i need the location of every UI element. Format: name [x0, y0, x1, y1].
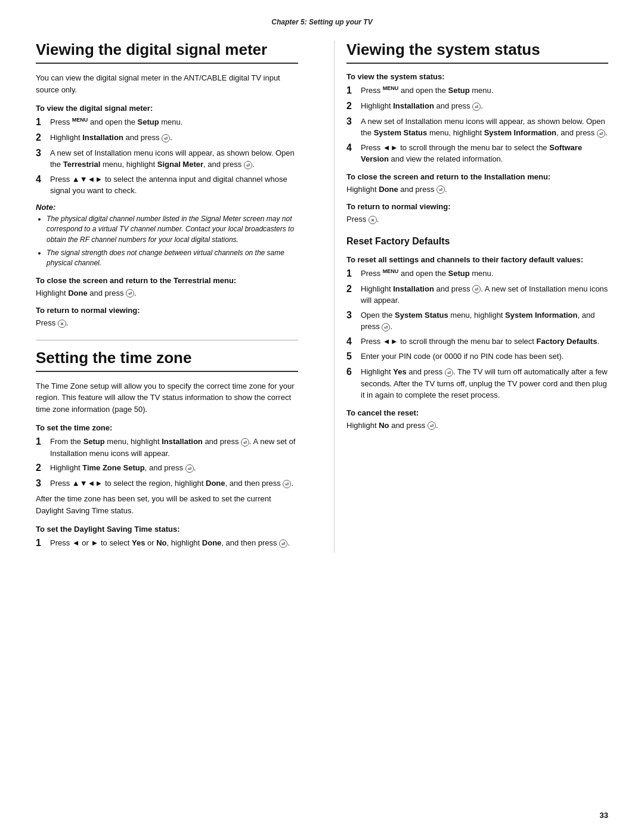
note-item-2: The signal strength does not change betw…	[47, 248, 298, 269]
menu-icon: MENU	[383, 85, 399, 91]
reset-step-2: 2 Highlight Installation and press ⏎. A …	[346, 283, 608, 306]
reset-step-1: 1 Press MENU and open the Setup menu.	[346, 268, 608, 280]
system-step-2: 2 Highlight Installation and press ⏎.	[346, 100, 608, 113]
page-number: 33	[600, 811, 608, 820]
enter-icon: ⏎	[126, 289, 134, 297]
note-block: Note: The physical digital channel numbe…	[36, 203, 298, 269]
return-normal-heading-right: To return to normal viewing:	[346, 202, 608, 211]
reset-heading: To reset all settings and channels to th…	[346, 255, 608, 264]
note-label: Note:	[36, 203, 298, 212]
section-digital-signal-meter: Viewing the digital signal meter You can…	[36, 41, 298, 329]
subsection-view-digital: To view the digital signal meter:	[36, 104, 298, 113]
section-time-zone: Setting the time zone The Time Zone setu…	[36, 349, 298, 550]
enter-icon: ⏎	[472, 103, 481, 111]
enter-icon: ⏎	[436, 185, 445, 194]
enter-icon: ⏎	[283, 480, 291, 488]
digital-step-3: 3 A new set of Installation menu icons w…	[36, 147, 298, 170]
digital-steps-list: 1 Press MENU and open the Setup menu. 2 …	[36, 116, 298, 197]
close-installation-text: Highlight Done and press ⏎.	[346, 184, 608, 196]
set-tz-heading: To set the time zone:	[36, 423, 298, 432]
exit-icon: ✕	[369, 216, 377, 224]
menu-icon: MENU	[383, 268, 399, 274]
system-step-4: 4 Press ◄► to scroll through the menu ba…	[346, 142, 608, 165]
digital-step-1: 1 Press MENU and open the Setup menu.	[36, 116, 298, 129]
note-item-1: The physical digital channel number list…	[47, 214, 298, 245]
tz-step-1: 1 From the Setup menu, highlight Install…	[36, 436, 298, 459]
enter-icon: ⏎	[244, 161, 252, 169]
divider-left	[36, 340, 298, 340]
cancel-reset-text: Highlight No and press ⏎.	[346, 420, 608, 432]
enter-icon: ⏎	[279, 540, 287, 548]
close-terrestrial-text: Highlight Done and press ⏎.	[36, 287, 298, 299]
enter-icon: ⏎	[241, 438, 249, 447]
tz-step-3: 3 Press ▲▼◄► to select the region, highl…	[36, 478, 298, 490]
enter-icon: ⏎	[597, 129, 605, 138]
view-system-heading: To view the system status:	[346, 72, 608, 81]
section-reset-factory: Reset Factory Defaults To reset all sett…	[346, 236, 608, 431]
right-column: Viewing the system status To view the sy…	[334, 41, 608, 553]
reset-step-5: 5 Enter your PIN code (or 0000 if no PIN…	[346, 351, 608, 363]
return-normal-text-left: Press ✕.	[36, 317, 298, 329]
enter-icon: ⏎	[428, 421, 436, 430]
section-title-timezone: Setting the time zone	[36, 349, 298, 372]
after-tz-text: After the time zone has been set, you wi…	[36, 493, 298, 516]
page: Chapter 5: Setting up your TV Viewing th…	[0, 0, 644, 834]
chapter-header: Chapter 5: Setting up your TV	[36, 18, 608, 26]
section-system-status: Viewing the system status To view the sy…	[346, 41, 608, 225]
tz-steps-list: 1 From the Setup menu, highlight Install…	[36, 436, 298, 490]
left-column: Viewing the digital signal meter You can…	[36, 41, 310, 553]
dst-steps-list: 1 Press ◄ or ► to select Yes or No, high…	[36, 537, 298, 550]
reset-steps-list: 1 Press MENU and open the Setup menu. 2 …	[346, 268, 608, 401]
exit-icon: ✕	[58, 320, 66, 328]
tz-step-2: 2 Highlight Time Zone Setup, and press ⏎…	[36, 462, 298, 475]
close-terrestrial-heading: To close the screen and return to the Te…	[36, 276, 298, 285]
dst-step-1: 1 Press ◄ or ► to select Yes or No, high…	[36, 537, 298, 550]
note-items: The physical digital channel number list…	[47, 214, 298, 269]
digital-step-2: 2 Highlight Installation and press ⏎.	[36, 132, 298, 144]
cancel-reset-heading: To cancel the reset:	[346, 408, 608, 417]
system-step-3: 3 A new set of Installation menu icons w…	[346, 116, 608, 139]
enter-icon: ⏎	[382, 323, 390, 331]
reset-step-3: 3 Open the System Status menu, highlight…	[346, 309, 608, 333]
reset-step-4: 4 Press ◄► to scroll through the menu ba…	[346, 336, 608, 348]
enter-icon: ⏎	[445, 368, 453, 377]
digital-step-4: 4 Press ▲▼◄► to select the antenna input…	[36, 173, 298, 197]
close-installation-heading: To close the screen and return to the In…	[346, 172, 608, 181]
menu-icon: MENU	[72, 117, 88, 123]
enter-icon: ⏎	[185, 464, 194, 473]
enter-icon: ⏎	[472, 285, 481, 293]
digital-intro: You can view the digital signal meter in…	[36, 72, 298, 95]
enter-icon: ⏎	[162, 134, 170, 142]
system-steps-list: 1 Press MENU and open the Setup menu. 2 …	[346, 85, 608, 165]
dst-heading: To set the Daylight Saving Time status:	[36, 525, 298, 534]
reset-step-6: 6 Highlight Yes and press ⏎. The TV will…	[346, 366, 608, 401]
section-title-system: Viewing the system status	[346, 41, 608, 64]
timezone-intro: The Time Zone setup will allow you to sp…	[36, 380, 298, 416]
return-normal-heading-left: To return to normal viewing:	[36, 306, 298, 315]
section-title-digital: Viewing the digital signal meter	[36, 41, 298, 64]
return-normal-text-right: Press ✕.	[346, 213, 608, 225]
reset-factory-title: Reset Factory Defaults	[346, 236, 608, 247]
system-step-1: 1 Press MENU and open the Setup menu.	[346, 85, 608, 97]
